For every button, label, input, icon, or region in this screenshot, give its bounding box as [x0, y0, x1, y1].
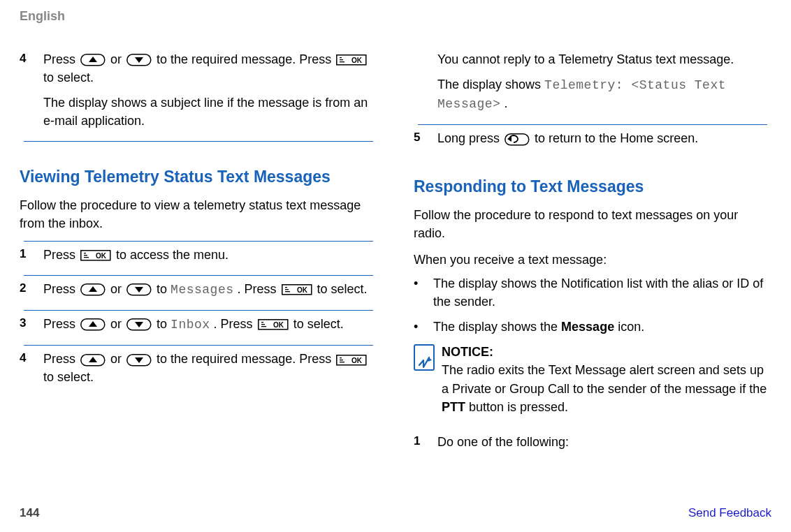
- step-line: Press or to the required message. Press …: [43, 50, 377, 87]
- txt: or: [110, 282, 125, 296]
- section-intro: Follow the procedure to respond to text …: [414, 206, 771, 242]
- list-item: • The display shows the Notification lis…: [414, 274, 771, 311]
- txt: to select.: [43, 71, 94, 84]
- step-line: Press or to Messages . Press to select.: [43, 280, 377, 299]
- txt: or: [110, 52, 125, 66]
- txt: The display shows: [437, 77, 544, 91]
- txt: to select.: [293, 317, 344, 331]
- ok-button-icon: [80, 250, 111, 261]
- left-column: 4 Press or to the required message. Pres…: [20, 46, 377, 462]
- section-title-telemetry: Viewing Telemetry Status Text Messages: [20, 165, 377, 189]
- section-title-responding: Responding to Text Messages: [414, 175, 771, 198]
- step-divider: [24, 141, 373, 142]
- txt: or: [110, 352, 125, 366]
- txt: Press: [43, 317, 79, 331]
- txt: Press: [43, 52, 79, 66]
- step-line: Press or to the required message. Press …: [43, 350, 377, 386]
- step-num: 2: [20, 280, 43, 299]
- txt: to: [157, 317, 170, 331]
- list-text: The display shows the Message icon.: [433, 318, 771, 336]
- step-4: 4 Press or to the required message. Pres…: [20, 346, 377, 390]
- down-button-icon: [126, 54, 152, 66]
- down-button-icon: [126, 283, 152, 296]
- step-num: 4: [20, 50, 43, 130]
- step-num: 4: [20, 350, 43, 386]
- txt: to return to the Home screen.: [535, 131, 698, 145]
- mono-text: Messages: [170, 283, 233, 297]
- spacer: [414, 50, 437, 113]
- down-button-icon: [126, 354, 152, 367]
- list-text: The display shows the Notification list …: [433, 274, 771, 311]
- step-2: 2 Press or to Messages . Press to select…: [20, 276, 377, 303]
- up-button-icon: [80, 54, 106, 66]
- txt: or: [110, 317, 125, 331]
- list-item: • The display shows the Message icon.: [414, 318, 771, 336]
- txt: to access the menu.: [116, 248, 228, 262]
- step-line: Press to access the menu.: [43, 246, 377, 264]
- txt: . Press: [214, 317, 256, 331]
- bullet-dot: •: [414, 318, 433, 336]
- txt: to select.: [43, 370, 94, 384]
- txt: Press: [43, 248, 79, 262]
- send-feedback-link[interactable]: Send Feedback: [688, 505, 771, 522]
- step-num: 3: [20, 315, 43, 334]
- step-line: You cannot reply to a Telemetry Status t…: [437, 50, 771, 68]
- txt: . Press: [238, 282, 280, 296]
- step-1-responding: 1 Do one of the following:: [414, 429, 771, 455]
- txt: Press: [43, 352, 79, 366]
- back-button-icon: [505, 133, 530, 146]
- step-4-right-body: You cannot reply to a Telemetry Status t…: [414, 46, 771, 117]
- step-line: Long press to return to the Home screen.: [437, 129, 771, 147]
- step-1: 1 Press to access the menu.: [20, 242, 377, 268]
- txt: to the required message. Press: [157, 52, 335, 66]
- step-line: The display shows Telemetry: <Status Tex…: [437, 75, 771, 113]
- txt: button is pressed.: [465, 400, 568, 414]
- ok-button-icon: [336, 355, 367, 366]
- ok-button-icon: [282, 284, 312, 295]
- txt: to the required message. Press: [157, 352, 335, 366]
- section-intro: Follow the procedure to view a telemetry…: [20, 196, 377, 232]
- right-column: You cannot reply to a Telemetry Status t…: [414, 46, 771, 462]
- up-button-icon: [80, 354, 106, 367]
- up-button-icon: [80, 283, 106, 296]
- page-footer: 144 Send Feedback: [20, 505, 771, 522]
- txt: The radio exits the Text Message alert s…: [442, 363, 767, 395]
- up-button-icon: [80, 318, 106, 331]
- step-line: Do one of the following:: [437, 433, 771, 451]
- bullet-list: • The display shows the Notification lis…: [414, 274, 771, 336]
- down-button-icon: [126, 318, 152, 331]
- step-num: 1: [414, 433, 437, 451]
- txt: .: [504, 96, 507, 110]
- txt: to select.: [317, 282, 368, 296]
- step-line: The display shows a subject line if the …: [43, 94, 377, 130]
- notice-text: The radio exits the Text Message alert s…: [442, 361, 771, 415]
- lead-text: When you receive a text message:: [414, 251, 771, 269]
- mono-text: Inbox: [170, 318, 210, 332]
- page-number: 144: [20, 505, 39, 522]
- txt: Long press: [437, 131, 503, 145]
- notice-label: NOTICE:: [442, 343, 771, 361]
- step-3: 3 Press or to Inbox . Press to select.: [20, 311, 377, 338]
- step-line: Press or to Inbox . Press to select.: [43, 315, 377, 334]
- bold: Message: [561, 320, 614, 334]
- header-language: English: [20, 7, 771, 25]
- step-num: 5: [414, 129, 437, 147]
- notice-icon: [414, 343, 435, 415]
- bold: PTT: [442, 400, 465, 414]
- ok-button-icon: [336, 54, 367, 66]
- notice-block: NOTICE: The radio exits the Text Message…: [414, 343, 771, 415]
- txt: to: [157, 282, 170, 296]
- step-4-top: 4 Press or to the required message. Pres…: [20, 46, 377, 134]
- bullet-dot: •: [414, 274, 433, 311]
- ok-button-icon: [258, 319, 289, 330]
- txt: Press: [43, 282, 79, 296]
- step-num: 1: [20, 246, 43, 264]
- step-5: 5 Long press to return to the Home scree…: [414, 125, 771, 152]
